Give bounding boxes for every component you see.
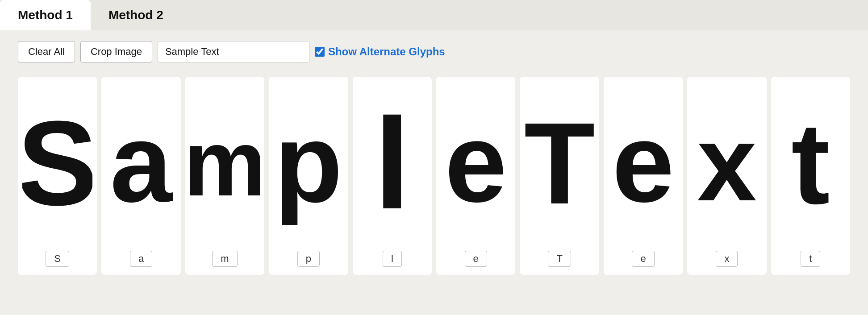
glyph-label: m [212,251,237,267]
glyph-card[interactable]: xx [687,77,766,275]
glyph-label: e [465,251,487,267]
show-alternate-glyphs-label[interactable]: Show Alternate Glyphs [315,46,445,58]
glyph-card[interactable]: mm [185,77,264,275]
glyph-card[interactable]: TT [520,77,599,275]
show-alternate-glyphs-checkbox[interactable] [315,47,325,57]
glyph-character: S [22,103,92,224]
glyph-display: T [524,83,594,244]
glyph-character: l [374,99,410,228]
glyph-display: l [357,83,427,244]
tabs-bar: Method 1 Method 2 [0,0,868,30]
glyph-character: e [612,108,674,219]
sample-text-input[interactable] [158,41,309,62]
crop-image-button[interactable]: Crop Image [80,41,152,62]
glyph-label: a [130,251,152,267]
glyph-label: e [632,251,654,267]
glyph-display: e [441,83,511,244]
clear-all-button[interactable]: Clear All [18,41,75,62]
glyph-display: t [776,83,846,244]
glyph-display: x [692,83,762,244]
glyph-label: S [46,251,69,267]
glyph-label: l [383,251,402,267]
glyph-card[interactable]: aa [101,77,180,275]
show-alternate-glyphs-text: Show Alternate Glyphs [328,46,445,58]
glyph-character: e [445,108,507,219]
glyph-card[interactable]: pp [269,77,348,275]
glyph-display: a [106,83,176,244]
glyph-card[interactable]: ee [436,77,515,275]
glyph-character: x [697,110,756,217]
glyph-display: p [273,83,343,244]
tab-method2[interactable]: Method 2 [91,0,181,30]
glyph-card[interactable]: ee [604,77,683,275]
main-content: Clear All Crop Image Show Alternate Glyp… [0,30,868,315]
glyph-card[interactable]: SS [18,77,97,275]
glyph-display: e [608,83,678,244]
glyph-card[interactable]: tt [771,77,850,275]
glyph-label: p [297,251,320,267]
glyph-label: t [801,251,820,267]
glyph-character: T [524,105,594,221]
glyph-character: p [275,108,343,219]
glyph-card[interactable]: ll [353,77,432,275]
glyphs-container: SSaammpplleeTTeexxtt [18,77,850,275]
glyph-display: m [190,83,260,244]
glyph-label: x [716,251,738,267]
glyph-character: a [110,108,172,219]
toolbar: Clear All Crop Image Show Alternate Glyp… [18,41,850,62]
glyph-label: T [548,251,571,267]
tab-method1[interactable]: Method 1 [0,0,91,30]
glyph-display: S [22,83,92,244]
glyph-character: m [190,116,260,210]
glyph-character: t [791,105,830,221]
